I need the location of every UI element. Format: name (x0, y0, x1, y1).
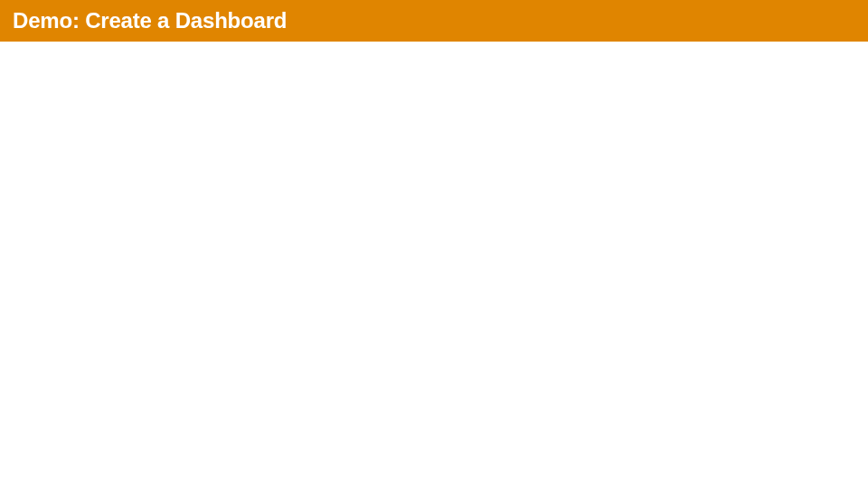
slide-body (0, 42, 868, 488)
slide-title: Demo: Create a Dashboard (13, 8, 287, 33)
slide-header: Demo: Create a Dashboard (0, 0, 868, 42)
